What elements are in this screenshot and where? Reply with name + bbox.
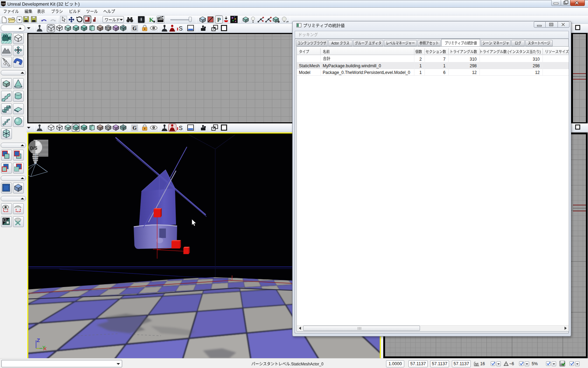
svg-text:S: S <box>179 26 183 32</box>
svg-text:S: S <box>179 125 183 131</box>
svg-text:T: T <box>17 48 20 52</box>
svg-text:G: G <box>133 125 137 131</box>
svg-text:P: P <box>217 16 220 23</box>
svg-text:S: S <box>107 27 109 30</box>
svg-text:G: G <box>133 26 137 31</box>
svg-text:UDK: UDK <box>1 3 6 5</box>
svg-text:K: K <box>149 16 154 23</box>
svg-text:S: S <box>107 126 109 129</box>
